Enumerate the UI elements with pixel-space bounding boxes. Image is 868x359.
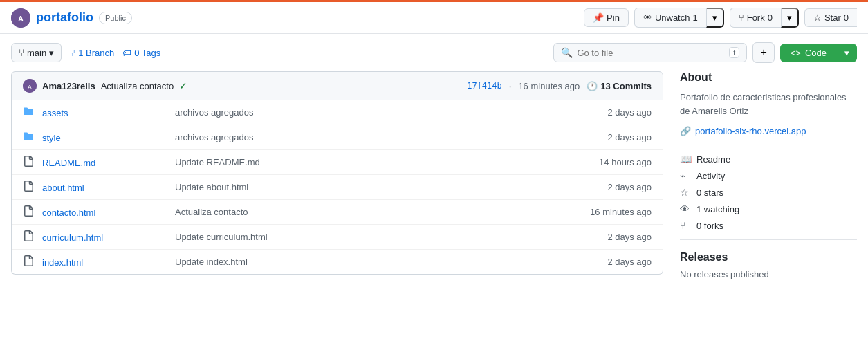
file-name-cell: index.html: [42, 257, 167, 268]
code-group: <> Code ▾: [780, 44, 857, 62]
add-file-button[interactable]: +: [752, 42, 774, 63]
table-row: stylearchivos agregados2 days ago: [12, 125, 663, 150]
file-name-link[interactable]: index.html: [42, 257, 83, 268]
link-icon: 🔗: [680, 126, 691, 136]
file-icon: [23, 230, 34, 243]
pin-button[interactable]: 📌 Pin: [584, 8, 629, 27]
top-actions: 📌 Pin 👁 Unwatch 1 ▾ ⑂ Fork 0 ▾ ☆ Star 0: [584, 8, 857, 28]
website-link[interactable]: 🔗 portafolio-six-rho.vercel.app: [680, 126, 857, 136]
file-commit-link[interactable]: Update about.html: [175, 182, 248, 192]
sidebar-stats: 📖 Readme ⌁ Activity ☆ 0 stars 👁 1 watchi…: [680, 154, 857, 231]
search-input[interactable]: [577, 48, 725, 58]
file-commit-cell: Update README.md: [175, 157, 591, 167]
file-commit-cell: Update index.html: [175, 257, 599, 267]
readme-stat[interactable]: 📖 Readme: [680, 154, 857, 165]
pin-icon: 📌: [593, 12, 604, 23]
repo-name[interactable]: portafolio: [36, 10, 93, 25]
file-time-cell: 2 days ago: [607, 132, 652, 142]
tag-count-link[interactable]: 🏷 0 Tags: [122, 48, 160, 58]
eye-icon: 👁: [643, 12, 652, 23]
file-icon: [23, 156, 34, 169]
forks-stat[interactable]: ⑂ 0 forks: [680, 220, 857, 231]
branch-count-link[interactable]: ⑂ 1 Branch: [70, 48, 114, 58]
file-commit-link[interactable]: Update README.md: [175, 157, 260, 167]
file-name-cell: assets: [42, 107, 167, 118]
link-text: portafolio-six-rho.vercel.app: [695, 126, 806, 136]
table-row: index.htmlUpdate index.html2 days ago: [12, 250, 663, 274]
clock-icon: 🕐: [587, 81, 598, 91]
file-icon: [23, 205, 34, 219]
pin-label: Pin: [607, 12, 620, 23]
folder-icon: [23, 106, 34, 119]
file-name-link[interactable]: README.md: [42, 158, 95, 168]
stars-stat[interactable]: ☆ 0 stars: [680, 187, 857, 198]
table-row: contacto.htmlActualiza contacto16 minute…: [12, 200, 663, 225]
sidebar-divider-1: [680, 145, 857, 145]
star-group: ☆ Star 0: [804, 8, 857, 27]
branch-count-label: 1 Branch: [78, 48, 114, 58]
branch-icon: ⑂: [19, 47, 24, 58]
table-row: README.mdUpdate README.md14 hours ago: [12, 150, 663, 175]
file-time-cell: 2 days ago: [607, 232, 652, 242]
commit-bar: A Ama123relis Actualiza contacto ✓ 17f41…: [11, 71, 663, 100]
commits-count: 13 Commits: [600, 81, 652, 91]
search-icon: 🔍: [561, 47, 573, 58]
code-dropdown[interactable]: ▾: [837, 44, 857, 62]
activity-stat[interactable]: ⌁ Activity: [680, 170, 857, 181]
repo-identity: A portafolio Public: [11, 8, 132, 28]
branch-info: ⑂ 1 Branch 🏷 0 Tags: [70, 48, 160, 58]
file-commit-link[interactable]: Update index.html: [175, 257, 248, 267]
folder-icon: [23, 131, 34, 144]
file-commit-cell: Update curriculum.html: [175, 232, 599, 242]
file-name-link[interactable]: curriculum.html: [42, 232, 103, 243]
goto-file-search[interactable]: 🔍 t: [553, 43, 747, 62]
main-content: A Ama123relis Actualiza contacto ✓ 17f41…: [0, 71, 868, 291]
commits-link[interactable]: 🕐 13 Commits: [587, 81, 652, 91]
branch-selector[interactable]: ⑂ main ▾: [11, 43, 62, 62]
file-commit-link[interactable]: Update curriculum.html: [175, 232, 268, 242]
file-time-cell: 14 hours ago: [599, 157, 652, 167]
file-name-link[interactable]: style: [42, 133, 61, 143]
file-name-cell: README.md: [42, 157, 167, 168]
about-description: Portafolio de caracteristicas profesiona…: [680, 91, 857, 118]
file-name-link[interactable]: contacto.html: [42, 208, 95, 218]
svg-text:A: A: [18, 15, 24, 23]
fork-icon: ⑂: [739, 12, 744, 23]
fork-dropdown[interactable]: ▾: [781, 8, 799, 28]
unwatch-dropdown[interactable]: ▾: [706, 8, 724, 28]
watching-label: 1 watching: [696, 204, 739, 214]
table-row: curriculum.htmlUpdate curriculum.html2 d…: [12, 225, 663, 250]
commit-author[interactable]: Ama123relis: [42, 81, 95, 91]
file-time-cell: 2 days ago: [607, 107, 652, 118]
star-button[interactable]: ☆ Star 0: [804, 8, 857, 27]
activity-label: Activity: [696, 171, 725, 181]
no-releases-text: No releases published: [680, 269, 857, 279]
commit-message: Actualiza contacto: [101, 81, 174, 91]
unwatch-group: 👁 Unwatch 1 ▾: [634, 8, 724, 28]
table-row: about.htmlUpdate about.html2 days ago: [12, 175, 663, 200]
file-icon: [23, 181, 34, 194]
file-commit-link[interactable]: Actualiza contacto: [175, 207, 248, 217]
star-icon: ☆: [813, 12, 822, 23]
eye-stat-icon: 👁: [680, 203, 691, 214]
file-name-link[interactable]: about.html: [42, 183, 84, 193]
file-name-cell: about.html: [42, 182, 167, 193]
file-name-cell: contacto.html: [42, 207, 167, 218]
star-count: 0: [844, 12, 849, 23]
fork-button[interactable]: ⑂ Fork 0: [730, 8, 781, 28]
commit-hash[interactable]: 17f414b: [467, 81, 502, 91]
sidebar: About Portafolio de caracteristicas prof…: [663, 71, 857, 279]
code-button[interactable]: <> Code: [780, 44, 837, 62]
commit-right: 17f414b · 16 minutes ago 🕐 13 Commits: [467, 81, 652, 91]
file-name-link[interactable]: assets: [42, 108, 68, 118]
file-commit-link[interactable]: archivos agregados: [175, 107, 253, 118]
file-commit-link[interactable]: archivos agregados: [175, 132, 253, 142]
unwatch-button[interactable]: 👁 Unwatch 1: [634, 8, 706, 28]
file-time-cell: 2 days ago: [607, 257, 652, 267]
commit-dot: ·: [509, 81, 512, 91]
commit-time: 16 minutes ago: [518, 81, 580, 91]
top-bar: A portafolio Public 📌 Pin 👁 Unwatch 1 ▾ …: [0, 2, 868, 34]
watching-stat[interactable]: 👁 1 watching: [680, 203, 857, 214]
commit-avatar: A: [23, 79, 37, 93]
file-name-cell: style: [42, 132, 167, 143]
